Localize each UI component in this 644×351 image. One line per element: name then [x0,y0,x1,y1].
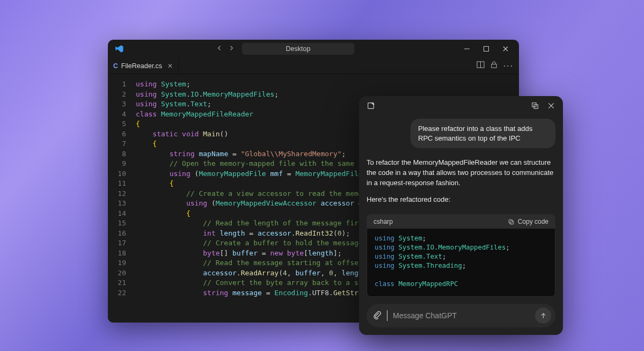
chat-window: Please refactor into a class that adds R… [359,96,563,335]
copy-code-button[interactable]: Copy code [508,218,548,225]
new-chat-button[interactable] [367,101,375,112]
code-block-header: csharp Copy code [367,215,555,229]
copy-code-label: Copy code [518,218,548,225]
assistant-paragraph: Here's the refactored code: [367,195,555,205]
code-language-label: csharp [374,218,393,225]
chat-close-button[interactable] [547,101,555,112]
attach-button[interactable] [373,311,382,321]
svg-rect-0 [484,47,489,52]
editor-tabbar: C FileReader.cs ✕ ··· [108,58,519,74]
chat-input-area [359,298,563,335]
command-center[interactable]: Desktop [242,43,354,55]
code-block-body[interactable]: using System; using System.IO.MemoryMapp… [367,229,555,296]
assistant-paragraph: To refactor the MemoryMappedFileReader w… [367,158,555,188]
chat-header [359,96,563,116]
window-minimize-button[interactable] [458,41,476,56]
svg-rect-6 [510,221,514,224]
expand-button[interactable] [531,101,539,112]
editor-tab-filereader[interactable]: C FileReader.cs ✕ [108,58,179,74]
lock-icon[interactable] [490,61,498,71]
user-message-text: Please refactor into a class that adds R… [418,125,532,142]
csharp-file-icon: C [113,62,118,70]
send-button[interactable] [535,308,551,324]
svg-rect-7 [509,220,513,223]
tab-close-button[interactable]: ✕ [167,62,173,70]
svg-rect-2 [491,64,496,68]
split-editor-button[interactable] [477,61,485,71]
user-message-bubble: Please refactor into a class that adds R… [411,119,555,148]
assistant-message: To refactor the MemoryMappedFileReader w… [367,158,555,211]
titlebar: Desktop [108,40,519,58]
line-number-gutter: 12345678910111213141516171819202122 [108,79,136,323]
copy-icon [508,218,515,225]
chat-text-input[interactable] [393,311,530,320]
window-maximize-button[interactable] [477,41,495,56]
nav-arrows [215,44,236,54]
window-controls [458,41,515,56]
nav-forward-button[interactable] [228,44,236,54]
more-actions-button[interactable]: ··· [503,61,514,71]
editor-tab-label: FileReader.cs [121,62,162,70]
nav-back-button[interactable] [215,44,223,54]
vscode-logo-icon [114,44,124,54]
chat-input-container [367,304,555,327]
chat-body: Please refactor into a class that adds R… [359,116,563,298]
input-caret [387,310,387,321]
assistant-code-block: csharp Copy code using System; using Sys… [367,214,555,297]
window-close-button[interactable] [496,41,515,56]
